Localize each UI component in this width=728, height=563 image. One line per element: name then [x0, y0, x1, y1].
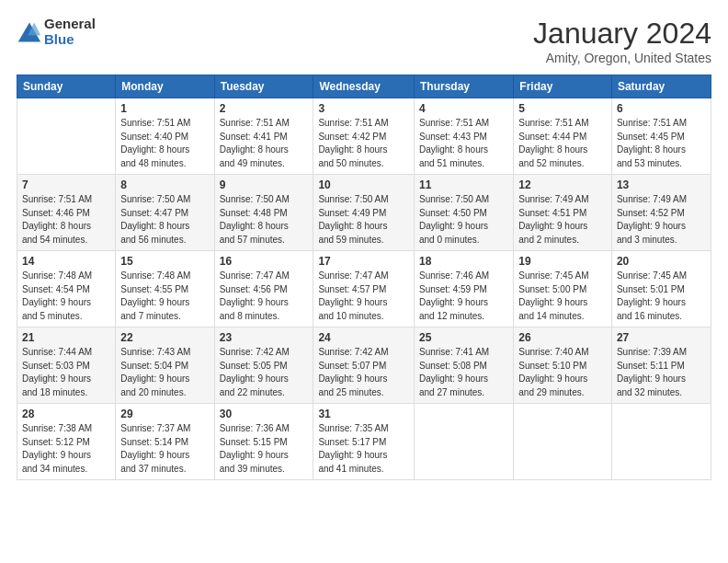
day-info: Sunrise: 7:45 AM Sunset: 5:00 PM Dayligh… [518, 270, 607, 323]
day-number: 24 [318, 331, 409, 344]
day-number: 19 [518, 255, 607, 268]
day-cell-0-0 [17, 98, 116, 175]
week-row-0: 1Sunrise: 7:51 AM Sunset: 4:40 PM Daylig… [17, 98, 711, 175]
day-cell-4-1: 29Sunrise: 7:37 AM Sunset: 5:14 PM Dayli… [116, 404, 214, 480]
day-number: 29 [120, 408, 209, 420]
day-number: 15 [120, 255, 209, 268]
day-info: Sunrise: 7:38 AM Sunset: 5:12 PM Dayligh… [22, 422, 110, 476]
day-number: 23 [220, 331, 309, 344]
day-cell-2-1: 15Sunrise: 7:48 AM Sunset: 4:55 PM Dayli… [116, 251, 214, 327]
day-cell-3-1: 22Sunrise: 7:43 AM Sunset: 5:04 PM Dayli… [116, 327, 214, 404]
day-number: 25 [419, 331, 508, 344]
logo-text: General Blue [44, 17, 96, 47]
day-info: Sunrise: 7:51 AM Sunset: 4:42 PM Dayligh… [318, 117, 409, 170]
day-number: 8 [120, 178, 209, 191]
day-info: Sunrise: 7:50 AM Sunset: 4:48 PM Dayligh… [220, 193, 309, 247]
day-number: 2 [220, 102, 309, 115]
day-info: Sunrise: 7:42 AM Sunset: 5:05 PM Dayligh… [220, 346, 309, 399]
day-cell-2-5: 19Sunrise: 7:45 AM Sunset: 5:00 PM Dayli… [514, 251, 612, 327]
day-info: Sunrise: 7:51 AM Sunset: 4:44 PM Dayligh… [518, 117, 607, 170]
header-row: Sunday Monday Tuesday Wednesday Thursday… [17, 75, 711, 98]
day-cell-0-1: 1Sunrise: 7:51 AM Sunset: 4:40 PM Daylig… [116, 98, 214, 175]
day-info: Sunrise: 7:47 AM Sunset: 4:57 PM Dayligh… [318, 270, 409, 323]
day-number: 18 [419, 255, 508, 268]
week-row-2: 14Sunrise: 7:48 AM Sunset: 4:54 PM Dayli… [17, 251, 711, 327]
day-cell-1-4: 11Sunrise: 7:50 AM Sunset: 4:50 PM Dayli… [414, 175, 513, 251]
day-info: Sunrise: 7:51 AM Sunset: 4:46 PM Dayligh… [22, 193, 110, 247]
day-cell-3-4: 25Sunrise: 7:41 AM Sunset: 5:08 PM Dayli… [414, 327, 513, 404]
col-sunday: Sunday [17, 75, 116, 98]
day-info: Sunrise: 7:40 AM Sunset: 5:10 PM Dayligh… [518, 346, 607, 399]
day-cell-4-3: 31Sunrise: 7:35 AM Sunset: 5:17 PM Dayli… [313, 404, 415, 480]
day-number: 31 [318, 408, 409, 420]
col-tuesday: Tuesday [214, 75, 313, 98]
week-row-4: 28Sunrise: 7:38 AM Sunset: 5:12 PM Dayli… [17, 404, 711, 480]
day-number: 27 [617, 331, 706, 344]
day-cell-3-0: 21Sunrise: 7:44 AM Sunset: 5:03 PM Dayli… [17, 327, 116, 404]
day-info: Sunrise: 7:51 AM Sunset: 4:41 PM Dayligh… [220, 117, 309, 170]
day-cell-4-6 [611, 404, 711, 480]
calendar-page: General Blue January 2024 Amity, Oregon,… [0, 0, 728, 563]
day-number: 17 [318, 255, 409, 268]
col-friday: Friday [514, 75, 612, 98]
day-number: 20 [617, 255, 706, 268]
logo-icon [17, 19, 42, 45]
header: General Blue January 2024 Amity, Oregon,… [17, 17, 711, 65]
day-number: 14 [22, 255, 110, 268]
col-thursday: Thursday [414, 75, 513, 98]
day-cell-2-4: 18Sunrise: 7:46 AM Sunset: 4:59 PM Dayli… [414, 251, 513, 327]
day-cell-4-4 [414, 404, 513, 480]
day-number: 6 [617, 102, 706, 115]
day-info: Sunrise: 7:39 AM Sunset: 5:11 PM Dayligh… [617, 346, 706, 399]
day-info: Sunrise: 7:51 AM Sunset: 4:43 PM Dayligh… [419, 117, 508, 170]
day-info: Sunrise: 7:51 AM Sunset: 4:40 PM Dayligh… [120, 117, 209, 170]
day-number: 30 [220, 408, 309, 420]
day-number: 3 [318, 102, 409, 115]
day-info: Sunrise: 7:42 AM Sunset: 5:07 PM Dayligh… [318, 346, 409, 399]
day-info: Sunrise: 7:49 AM Sunset: 4:52 PM Dayligh… [617, 193, 706, 247]
day-number: 28 [22, 408, 110, 420]
title-section: January 2024 Amity, Oregon, United State… [533, 17, 711, 65]
day-info: Sunrise: 7:50 AM Sunset: 4:49 PM Dayligh… [318, 193, 409, 247]
col-saturday: Saturday [611, 75, 711, 98]
day-cell-2-3: 17Sunrise: 7:47 AM Sunset: 4:57 PM Dayli… [313, 251, 415, 327]
day-number: 26 [518, 331, 607, 344]
logo: General Blue [17, 17, 96, 47]
logo-blue-text: Blue [44, 32, 96, 48]
day-number: 7 [22, 178, 110, 191]
logo-general-text: General [44, 17, 96, 32]
day-info: Sunrise: 7:50 AM Sunset: 4:47 PM Dayligh… [120, 193, 209, 247]
day-cell-2-6: 20Sunrise: 7:45 AM Sunset: 5:01 PM Dayli… [611, 251, 711, 327]
day-cell-3-5: 26Sunrise: 7:40 AM Sunset: 5:10 PM Dayli… [514, 327, 612, 404]
day-cell-0-2: 2Sunrise: 7:51 AM Sunset: 4:41 PM Daylig… [214, 98, 313, 175]
day-cell-0-6: 6Sunrise: 7:51 AM Sunset: 4:45 PM Daylig… [611, 98, 711, 175]
day-info: Sunrise: 7:48 AM Sunset: 4:54 PM Dayligh… [22, 270, 110, 323]
day-cell-4-0: 28Sunrise: 7:38 AM Sunset: 5:12 PM Dayli… [17, 404, 116, 480]
day-info: Sunrise: 7:41 AM Sunset: 5:08 PM Dayligh… [419, 346, 508, 399]
day-cell-4-2: 30Sunrise: 7:36 AM Sunset: 5:15 PM Dayli… [214, 404, 313, 480]
col-wednesday: Wednesday [313, 75, 415, 98]
day-info: Sunrise: 7:45 AM Sunset: 5:01 PM Dayligh… [617, 270, 706, 323]
day-cell-1-1: 8Sunrise: 7:50 AM Sunset: 4:47 PM Daylig… [116, 175, 214, 251]
location: Amity, Oregon, United States [533, 51, 711, 65]
day-number: 9 [220, 178, 309, 191]
day-number: 10 [318, 178, 409, 191]
day-cell-2-2: 16Sunrise: 7:47 AM Sunset: 4:56 PM Dayli… [214, 251, 313, 327]
day-number: 16 [220, 255, 309, 268]
day-info: Sunrise: 7:36 AM Sunset: 5:15 PM Dayligh… [220, 422, 309, 476]
day-cell-0-3: 3Sunrise: 7:51 AM Sunset: 4:42 PM Daylig… [313, 98, 415, 175]
day-info: Sunrise: 7:44 AM Sunset: 5:03 PM Dayligh… [22, 346, 110, 399]
day-cell-4-5 [514, 404, 612, 480]
day-cell-3-3: 24Sunrise: 7:42 AM Sunset: 5:07 PM Dayli… [313, 327, 415, 404]
day-cell-1-0: 7Sunrise: 7:51 AM Sunset: 4:46 PM Daylig… [17, 175, 116, 251]
week-row-1: 7Sunrise: 7:51 AM Sunset: 4:46 PM Daylig… [17, 175, 711, 251]
col-monday: Monday [116, 75, 214, 98]
day-number: 5 [518, 102, 607, 115]
day-number: 11 [419, 178, 508, 191]
day-number: 12 [518, 178, 607, 191]
day-info: Sunrise: 7:43 AM Sunset: 5:04 PM Dayligh… [120, 346, 209, 399]
day-info: Sunrise: 7:35 AM Sunset: 5:17 PM Dayligh… [318, 422, 409, 476]
day-number: 4 [419, 102, 508, 115]
day-cell-1-3: 10Sunrise: 7:50 AM Sunset: 4:49 PM Dayli… [313, 175, 415, 251]
day-info: Sunrise: 7:46 AM Sunset: 4:59 PM Dayligh… [419, 270, 508, 323]
